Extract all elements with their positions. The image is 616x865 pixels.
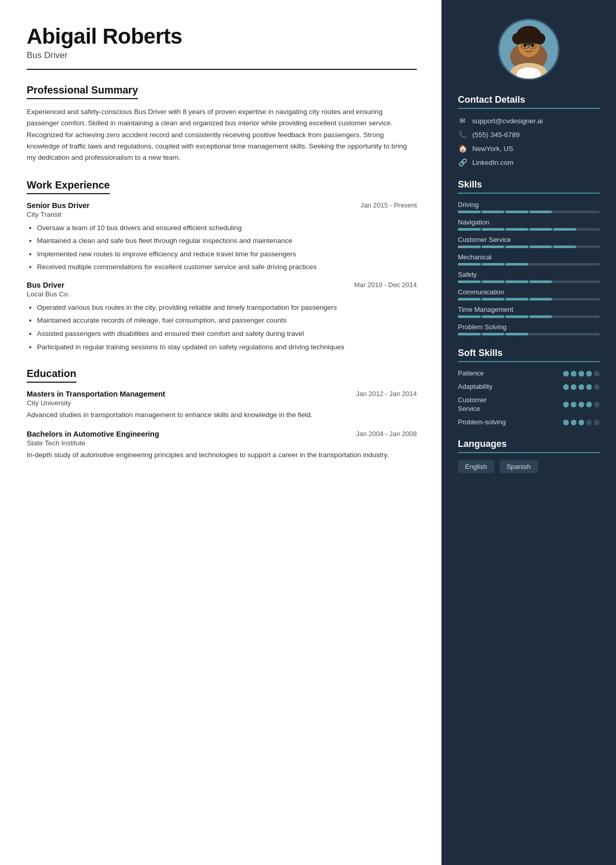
contact-location: 🏠 NewYork, US bbox=[458, 144, 600, 153]
list-item: Received multiple commendations for exce… bbox=[37, 261, 417, 273]
skill-seg bbox=[578, 333, 600, 335]
skill-seg bbox=[530, 280, 552, 283]
edu-1: Masters in Transportation Management Jan… bbox=[27, 390, 417, 421]
dots bbox=[563, 384, 600, 390]
skill-seg bbox=[553, 263, 576, 266]
contact-linkedin: 🔗 LinkedIn.com bbox=[458, 158, 600, 167]
dot bbox=[586, 371, 592, 377]
skill-seg bbox=[553, 211, 576, 213]
skill-seg bbox=[482, 211, 505, 213]
skill-name: Customer Service bbox=[458, 236, 600, 243]
skill-seg bbox=[530, 228, 552, 231]
contact-heading: Contact Details bbox=[458, 95, 600, 109]
dot bbox=[579, 371, 584, 377]
email-text: support@cvdesigner.ai bbox=[472, 117, 543, 125]
skill-seg bbox=[458, 333, 480, 335]
edu-1-institution: City University bbox=[27, 399, 417, 407]
skill-bar bbox=[458, 315, 600, 318]
skill-seg bbox=[458, 298, 480, 300]
soft-skill-patience: Patience bbox=[458, 369, 600, 378]
job-1-company: City Transit bbox=[27, 211, 417, 218]
skill-name: Safety bbox=[458, 271, 600, 278]
dot bbox=[563, 384, 569, 390]
list-item: Maintained a clean and safe bus fleet th… bbox=[37, 235, 417, 247]
skill-name: Driving bbox=[458, 201, 600, 209]
svg-point-8 bbox=[531, 44, 534, 47]
language-chips: English Spanish bbox=[458, 460, 600, 473]
dot bbox=[586, 402, 592, 407]
skill-seg bbox=[530, 315, 552, 318]
dot bbox=[571, 371, 576, 377]
skills-heading: Skills bbox=[458, 179, 600, 194]
skill-seg bbox=[458, 280, 480, 283]
edu-1-degree: Masters in Transportation Management bbox=[27, 390, 165, 398]
skill-seg bbox=[578, 298, 600, 300]
skill-seg bbox=[458, 263, 480, 266]
summary-heading: Professional Summary bbox=[27, 84, 138, 99]
skill-seg bbox=[458, 246, 480, 248]
job-2: Bus Driver Mar 2010 - Dec 2014 Local Bus… bbox=[27, 281, 417, 352]
skill-safety: Safety bbox=[458, 271, 600, 283]
skill-seg bbox=[506, 246, 528, 248]
linkedin-text: LinkedIn.com bbox=[472, 159, 513, 166]
skill-bar bbox=[458, 333, 600, 335]
dot bbox=[586, 420, 592, 425]
dots bbox=[563, 420, 600, 425]
job-2-bullets: Operated various bus routes in the city,… bbox=[37, 302, 417, 352]
soft-skills-section: Soft Skills Patience Adaptability Cu bbox=[441, 348, 616, 426]
edu-2-degree: Bachelors in Automotive Engineering bbox=[27, 430, 159, 438]
soft-skill-name: CustomerService bbox=[458, 396, 563, 413]
skill-seg bbox=[506, 280, 528, 283]
edu-2-institution: State Tech Institute bbox=[27, 439, 417, 447]
languages-section: Languages English Spanish bbox=[441, 439, 616, 473]
dot bbox=[571, 384, 576, 390]
job-1: Senior Bus Driver Jan 2015 - Present Cit… bbox=[27, 201, 417, 273]
dot bbox=[579, 402, 584, 407]
job-1-header: Senior Bus Driver Jan 2015 - Present bbox=[27, 201, 417, 210]
skill-seg bbox=[553, 280, 576, 283]
phone-text: (555) 345-6789 bbox=[472, 131, 519, 139]
skill-bar bbox=[458, 298, 600, 300]
skill-seg bbox=[482, 298, 505, 300]
linkedin-icon: 🔗 bbox=[458, 158, 467, 167]
skill-bar bbox=[458, 263, 600, 266]
edu-2-description: In-depth study of automotive engineering… bbox=[27, 449, 417, 461]
skill-name: Navigation bbox=[458, 218, 600, 226]
skill-seg bbox=[530, 246, 552, 248]
skill-seg bbox=[458, 211, 480, 213]
edu-1-description: Advanced studies in transportation manag… bbox=[27, 409, 417, 421]
edu-1-date: Jan 2012 - Jan 2014 bbox=[356, 390, 417, 398]
job-2-title: Bus Driver bbox=[27, 281, 64, 289]
header-divider bbox=[27, 69, 417, 70]
job-2-date: Mar 2010 - Dec 2014 bbox=[354, 281, 417, 289]
skill-seg bbox=[578, 246, 600, 248]
skill-seg bbox=[530, 298, 552, 300]
list-item: Oversaw a team of 10 bus drivers and ens… bbox=[37, 222, 417, 234]
list-item: Operated various bus routes in the city,… bbox=[37, 302, 417, 313]
skill-seg bbox=[553, 228, 576, 231]
skill-seg bbox=[553, 315, 576, 318]
skill-seg bbox=[506, 211, 528, 213]
skill-name: Mechanical bbox=[458, 253, 600, 261]
skill-time-management: Time Management bbox=[458, 306, 600, 318]
skill-driving: Driving bbox=[458, 201, 600, 213]
skill-name: Communication bbox=[458, 288, 600, 296]
skill-seg bbox=[482, 246, 505, 248]
dot bbox=[594, 384, 600, 390]
skill-seg bbox=[578, 228, 600, 231]
email-icon: ✉ bbox=[458, 116, 467, 125]
skill-seg bbox=[506, 315, 528, 318]
skill-mechanical: Mechanical bbox=[458, 253, 600, 266]
skill-seg bbox=[553, 333, 576, 335]
phone-icon: 📞 bbox=[458, 130, 467, 139]
dots bbox=[563, 402, 600, 407]
language-spanish: Spanish bbox=[499, 460, 538, 473]
skill-seg bbox=[506, 298, 528, 300]
contact-section: Contact Details ✉ support@cvdesigner.ai … bbox=[441, 95, 616, 167]
job-1-bullets: Oversaw a team of 10 bus drivers and ens… bbox=[37, 222, 417, 273]
soft-skill-name: Adaptability bbox=[458, 383, 563, 391]
edu-1-header: Masters in Transportation Management Jan… bbox=[27, 390, 417, 398]
skill-seg bbox=[506, 263, 528, 266]
job-1-title: Senior Bus Driver bbox=[27, 201, 90, 210]
skill-communication: Communication bbox=[458, 288, 600, 300]
